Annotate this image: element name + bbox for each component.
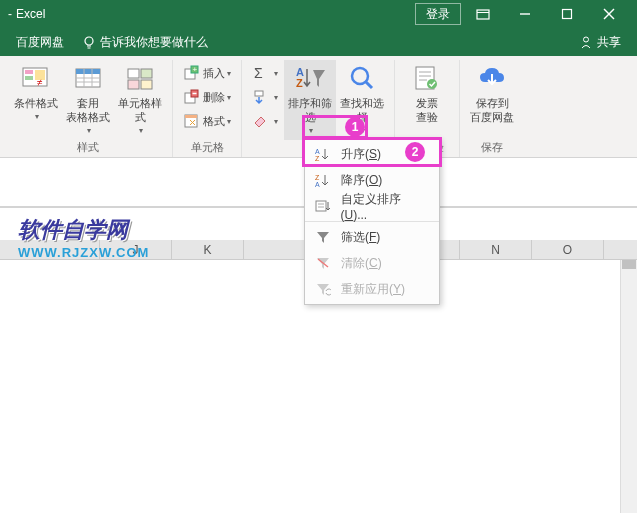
login-button[interactable]: 登录 [415,3,461,25]
svg-rect-22 [141,69,152,78]
find-select-label: 查找和选择 [336,96,388,124]
clear-button[interactable]: ▾ [248,110,282,132]
sort-desc-icon: ZA [313,172,333,188]
reapply-label: 重新应用(Y) [341,281,405,298]
vertical-scrollbar[interactable] [620,260,637,513]
sort-filter-dropdown: AZ 升序(S) ZA 降序(O) 自定义排序(U)... 筛选(F) 清除(C… [304,138,440,305]
title-bar: - Excel 登录 [0,0,637,28]
minimize-button[interactable] [505,3,545,25]
format-icon [183,113,199,129]
title-dash: - [8,7,12,21]
conditional-format-icon: ≠ [20,62,52,94]
svg-line-38 [366,82,372,88]
svg-rect-21 [128,69,139,78]
svg-text:A: A [315,181,320,187]
cell-style-label: 单元格样式 [114,96,166,124]
eraser-icon [252,113,268,129]
reapply-icon [313,281,333,297]
find-select-button[interactable]: 查找和选择▾ [336,60,388,140]
svg-rect-34 [255,91,263,96]
svg-point-37 [352,68,368,84]
svg-text:Z: Z [315,155,320,161]
tell-me-label: 告诉我你想要做什么 [100,34,208,51]
format-button[interactable]: 格式▾ [179,110,235,132]
lightbulb-icon [82,35,96,49]
col-header-n[interactable]: N [460,240,532,259]
save-to-baidu-button[interactable]: 保存到 百度网盘 [466,60,518,126]
clear-filter-item: 清除(C) [305,250,439,276]
table-format-label: 套用 表格格式 [66,96,110,124]
col-header[interactable] [604,240,637,259]
quick-access-bar: 百度网盘 告诉我你想要做什么 共享 [0,28,637,56]
svg-text:≠: ≠ [37,77,43,88]
svg-point-43 [427,79,437,89]
col-header-j[interactable]: J [100,240,172,259]
sort-descending-item[interactable]: ZA 降序(O) [305,167,439,193]
sort-asc-icon: AZ [313,146,333,162]
sort-filter-icon: AZ [294,62,326,94]
share-button[interactable]: 共享 [579,34,621,51]
svg-text:A: A [315,148,320,155]
conditional-format-button[interactable]: ≠ 条件格式▾ [10,60,62,126]
sort-filter-button[interactable]: AZ 排序和筛选▾ [284,60,336,140]
custom-sort-icon [313,198,333,214]
svg-rect-0 [477,10,489,19]
share-label: 共享 [597,34,621,51]
window-icon [476,7,490,21]
cell-style-icon [124,62,156,94]
styles-group-label: 样式 [77,140,99,157]
share-icon [579,35,593,49]
col-header[interactable] [0,240,100,259]
save-baidu-label: 保存到 百度网盘 [470,96,514,124]
insert-button[interactable]: +插入▾ [179,62,235,84]
svg-rect-12 [25,76,33,80]
cells-group-label: 单元格 [191,140,224,157]
scroll-thumb[interactable] [622,260,636,269]
invoice-check-button[interactable]: 发票 查验 [401,60,453,126]
close-icon [603,8,615,20]
ribbon-display-options-button[interactable] [463,3,503,25]
sort-filter-label: 排序和筛选 [284,96,336,124]
fill-down-icon [252,89,268,105]
fill-button[interactable]: ▾ [248,86,282,108]
asc-label: 升序(S) [341,146,381,163]
delete-icon [183,89,199,105]
svg-point-9 [584,37,589,42]
svg-rect-32 [185,115,197,118]
tell-me-box[interactable]: 告诉我你想要做什么 [82,34,208,51]
save-group-label: 保存 [481,140,503,157]
custom-sort-label: 自定义排序(U)... [341,191,426,222]
styles-group: ≠ 条件格式▾ 套用 表格格式▾ 单元格样式▾ 样式 [4,60,173,157]
delete-button[interactable]: 删除▾ [179,86,235,108]
filter-item[interactable]: 筛选(F) [305,224,439,250]
table-format-icon [72,62,104,94]
svg-text:Z: Z [296,77,303,89]
table-format-button[interactable]: 套用 表格格式▾ [62,60,114,140]
delete-label: 删除 [203,90,225,105]
autosum-button[interactable]: Σ▾ [248,62,282,84]
filter-icon [313,229,333,245]
clear-filter-label: 清除(C) [341,255,382,272]
find-select-icon [346,62,378,94]
insert-icon: + [183,65,199,81]
custom-sort-item[interactable]: 自定义排序(U)... [305,193,439,219]
cell-style-button[interactable]: 单元格样式▾ [114,60,166,140]
svg-rect-3 [563,10,572,19]
col-header-k[interactable]: K [172,240,244,259]
reapply-item: 重新应用(Y) [305,276,439,302]
format-label: 格式 [203,114,225,129]
clear-filter-icon [313,255,333,271]
svg-point-6 [85,37,93,45]
svg-rect-16 [76,69,100,74]
minimize-icon [519,8,531,20]
filter-label: 筛选(F) [341,229,380,246]
baidu-tab[interactable]: 百度网盘 [16,34,64,51]
invoice-icon [411,62,443,94]
close-button[interactable] [589,3,629,25]
sort-ascending-item[interactable]: AZ 升序(S) [305,141,439,167]
maximize-button[interactable] [547,3,587,25]
col-header-o[interactable]: O [532,240,604,259]
maximize-icon [561,8,573,20]
svg-text:Σ: Σ [254,65,263,81]
sigma-icon: Σ [252,65,268,81]
